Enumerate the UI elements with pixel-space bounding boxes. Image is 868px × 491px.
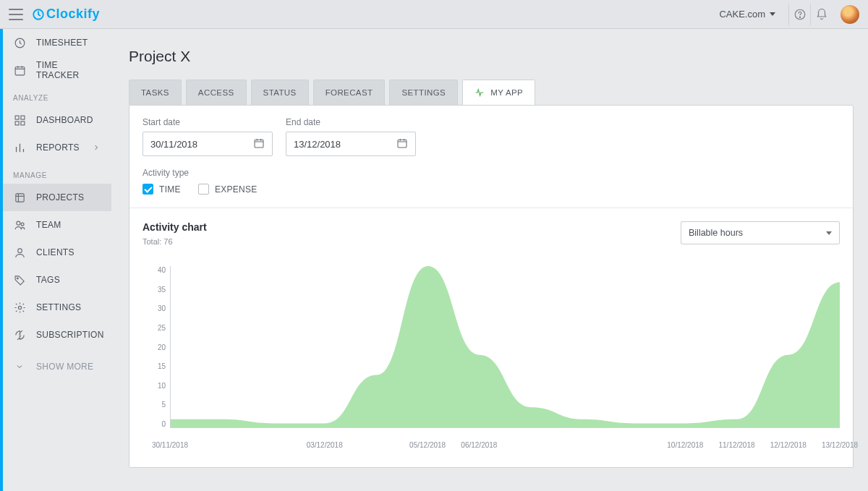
projects-icon (13, 191, 26, 204)
reports-icon (13, 141, 26, 154)
chart-section: Activity chart Total: 76 Billable hours … (129, 208, 853, 467)
activity-icon (475, 87, 485, 98)
calendar-icon (13, 64, 26, 77)
checkbox-expense[interactable]: EXPENSE (198, 184, 258, 195)
svg-point-14 (18, 306, 21, 309)
sidebar-show-more[interactable]: SHOW MORE (3, 353, 111, 380)
chart-plot (170, 266, 840, 428)
sidebar-item-reports[interactable]: REPORTS (3, 134, 111, 161)
start-date-input[interactable]: 30/11/2018 (142, 132, 273, 156)
svg-point-2 (799, 17, 800, 17)
clients-icon (13, 246, 26, 259)
clock-icon (13, 36, 26, 49)
team-icon (13, 218, 26, 231)
chevron-down-icon (826, 231, 832, 235)
activity-chart: 4035302520151050 30/11/201803/12/201805/… (142, 266, 840, 454)
calendar-icon (253, 137, 265, 151)
activity-type-label: Activity type (142, 168, 840, 178)
sidebar-item-tags[interactable]: TAGS (3, 266, 111, 294)
sidebar-item-timetracker[interactable]: TIME TRACKER (3, 56, 111, 84)
dashboard-icon (13, 114, 26, 127)
start-date-label: Start date (142, 117, 273, 127)
topbar: Clockify CAKE.com (0, 0, 868, 29)
sidebar-item-projects[interactable]: PROJECTS (3, 184, 111, 211)
sidebar: TIMESHEET TIME TRACKER ANALYZE DASHBOARD… (3, 29, 111, 491)
chevron-right-icon (90, 141, 103, 154)
checkbox-icon (142, 184, 153, 195)
svg-rect-17 (398, 140, 407, 148)
help-button[interactable] (788, 4, 810, 25)
my-app-panel: Start date 30/11/2018 End date 13/12/201… (129, 105, 854, 468)
svg-rect-7 (15, 121, 19, 124)
checkbox-icon (198, 184, 209, 195)
tab-myapp[interactable]: MY APP (462, 80, 535, 105)
sidebar-group-manage: MANAGE (3, 161, 111, 184)
chart-y-axis: 4035302520151050 (142, 266, 170, 428)
sidebar-item-timesheet[interactable]: TIMESHEET (3, 29, 111, 56)
tag-icon (13, 273, 26, 286)
logo[interactable]: Clockify (32, 7, 100, 22)
chart-x-axis: 30/11/201803/12/201805/12/201806/12/2018… (170, 432, 840, 454)
chevron-down-icon (13, 360, 26, 373)
svg-rect-5 (15, 116, 19, 119)
chevron-down-icon (770, 12, 775, 16)
tab-tasks[interactable]: TASKS (129, 80, 182, 105)
svg-point-13 (17, 278, 18, 279)
svg-text:$: $ (18, 332, 21, 337)
subscription-icon: $ (13, 328, 26, 341)
sidebar-item-settings[interactable]: SETTINGS (3, 294, 111, 321)
tab-settings[interactable]: SETTINGS (389, 80, 458, 105)
svg-point-12 (17, 248, 22, 252)
tab-forecast[interactable]: FORECAST (313, 80, 386, 105)
svg-rect-9 (15, 193, 23, 201)
sidebar-item-team[interactable]: TEAM (3, 211, 111, 239)
svg-rect-16 (255, 140, 263, 148)
chart-total: Total: 76 (142, 237, 207, 246)
workspace-selector[interactable]: CAKE.com (719, 9, 775, 20)
end-date-label: End date (286, 117, 416, 127)
notifications-button[interactable] (810, 4, 832, 25)
svg-rect-4 (15, 67, 25, 74)
sidebar-group-analyze: ANALYZE (3, 84, 111, 106)
chart-title: Activity chart (142, 221, 207, 233)
tab-status[interactable]: STATUS (251, 80, 309, 105)
page-title: Project X (129, 48, 854, 65)
gear-icon (13, 301, 26, 314)
logo-text: Clockify (46, 7, 100, 22)
avatar[interactable] (841, 5, 859, 24)
checkbox-time[interactable]: TIME (142, 184, 181, 195)
svg-rect-8 (20, 121, 24, 124)
filter-bar: Start date 30/11/2018 End date 13/12/201… (129, 106, 853, 208)
metric-selector[interactable]: Billable hours (681, 221, 840, 244)
sidebar-item-clients[interactable]: CLIENTS (3, 239, 111, 266)
sidebar-item-subscription[interactable]: $ SUBSCRIPTION (3, 321, 111, 349)
calendar-icon (396, 137, 408, 151)
svg-point-11 (21, 223, 24, 226)
tab-access[interactable]: ACCESS (186, 80, 247, 105)
sidebar-item-dashboard[interactable]: DASHBOARD (3, 106, 111, 134)
main-content: Project X TASKS ACCESS STATUS FORECAST S… (111, 29, 868, 491)
app-root: Clockify CAKE.com TIMESHEET TIME TRACKER… (0, 0, 868, 491)
svg-rect-6 (20, 116, 24, 119)
project-tabs: TASKS ACCESS STATUS FORECAST SETTINGS MY… (129, 80, 854, 105)
end-date-input[interactable]: 13/12/2018 (286, 132, 416, 156)
svg-point-10 (16, 221, 20, 225)
menu-toggle[interactable] (9, 9, 23, 20)
